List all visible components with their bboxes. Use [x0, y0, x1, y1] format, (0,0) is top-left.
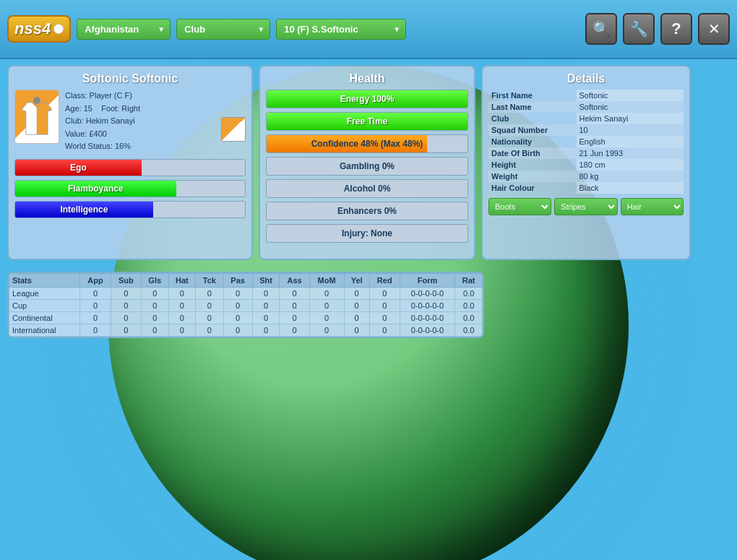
- svg-rect-2: [33, 97, 40, 104]
- details-dropdowns: Boots Stripes Hair: [488, 198, 684, 215]
- details-row: ClubHekim Sanayi: [488, 113, 684, 124]
- stats-cell: 0: [369, 288, 400, 300]
- stats-column-header: Ass: [280, 274, 309, 288]
- confidence-track: Confidence 48% (Max 48%): [266, 134, 468, 153]
- stats-row: League000000000000-0-0-0-00.0: [9, 288, 483, 300]
- stats-cell: 0: [111, 312, 141, 324]
- stats-row-label: Continental: [9, 312, 80, 324]
- details-row: Squad Number10: [488, 124, 684, 136]
- ego-label: Ego: [70, 163, 87, 173]
- stats-panel: StatsAppSubGlsHatTckPasShtAssMoMYelRedFo…: [7, 272, 484, 338]
- stats-cell: 0.0: [455, 324, 483, 337]
- kit-icon[interactable]: [221, 117, 246, 142]
- intelligence-label: Intelligence: [60, 204, 108, 215]
- player-panel-title: Softonic Softonic: [14, 72, 246, 85]
- health-panel-title: Health: [266, 72, 468, 85]
- detail-value: Softonic: [577, 90, 684, 101]
- detail-label: First Name: [488, 90, 577, 101]
- alcohol-track: Alcohol 0%: [266, 179, 468, 198]
- svg-marker-1: [22, 103, 37, 134]
- details-scroll[interactable]: First NameSoftonicLast NameSoftonicClubH…: [488, 90, 684, 194]
- stats-row-label: Cup: [9, 300, 80, 312]
- gambling-track: Gambling 0%: [266, 157, 468, 176]
- close-button[interactable]: ✕: [698, 13, 730, 45]
- stats-cell: 0: [168, 324, 196, 337]
- detail-label: Squad Number: [488, 124, 577, 136]
- stats-column-header: Sub: [111, 274, 141, 288]
- detail-value: English: [577, 136, 684, 147]
- club-dropdown[interactable]: Club: [176, 19, 270, 40]
- stats-header-row: StatsAppSubGlsHatTckPasShtAssMoMYelRedFo…: [9, 274, 483, 288]
- details-panel: Details First NameSoftonicLast NameSofto…: [481, 65, 691, 260]
- country-dropdown[interactable]: Afghanistan: [77, 19, 171, 40]
- stats-cell: 0: [168, 312, 196, 324]
- stats-cell: 0: [309, 312, 344, 324]
- stats-column-header: Gls: [141, 274, 168, 288]
- stats-cell: 0: [111, 288, 141, 300]
- stats-column-header: Hat: [168, 274, 196, 288]
- player-dropdown[interactable]: 10 (F) S.Softonic: [276, 19, 406, 40]
- player-info: Class: Player (C F) Age: 15 Foot: Right …: [65, 90, 246, 153]
- stats-column-header: Yel: [344, 274, 369, 288]
- stats-cell: 0: [280, 300, 309, 312]
- injury-track: Injury: None: [266, 224, 468, 243]
- stats-cell: 0: [252, 324, 280, 337]
- ego-bar-fill: Ego: [15, 160, 142, 176]
- stats-cell: 0: [196, 324, 223, 337]
- gambling-label: Gambling 0%: [267, 161, 467, 171]
- player-club: Club: Hekim Sanayi: [65, 115, 246, 128]
- boots-dropdown[interactable]: Boots: [488, 198, 551, 215]
- gambling-row: Gambling 0%: [266, 157, 468, 176]
- settings-button[interactable]: 🔧: [623, 13, 655, 45]
- main-content: Softonic Softonic Class: Player (C F) Ag…: [0, 59, 737, 266]
- stats-cell: 0-0-0-0-0: [400, 300, 454, 312]
- ego-bar-track: Ego: [14, 159, 246, 176]
- energy-fill: Energy 100%: [267, 90, 467, 108]
- help-button[interactable]: ?: [660, 13, 692, 45]
- detail-value: Softonic: [577, 101, 684, 113]
- detail-label: Last Name: [488, 101, 577, 113]
- stats-cell: 0: [369, 324, 400, 337]
- stats-cell: 0: [309, 324, 344, 337]
- stats-cell: 0: [80, 312, 111, 324]
- search-button[interactable]: 🔍: [585, 13, 617, 45]
- wrench-icon: 🔧: [630, 20, 648, 38]
- stats-column-header: Rat: [455, 274, 483, 288]
- detail-label: Hair Colour: [488, 182, 577, 194]
- stats-cell: 0-0-0-0-0: [400, 312, 454, 324]
- hair-dropdown[interactable]: Hair: [621, 198, 684, 215]
- stats-cell: 0: [344, 312, 369, 324]
- stripes-dropdown[interactable]: Stripes: [554, 198, 617, 215]
- stats-cell: 0: [141, 300, 168, 312]
- country-dropdown-wrap[interactable]: Afghanistan: [77, 19, 171, 40]
- detail-value: 180 cm: [577, 159, 684, 171]
- stats-cell: 0-0-0-0-0: [400, 288, 454, 300]
- stats-cell: 0: [344, 324, 369, 337]
- player-panel: Softonic Softonic Class: Player (C F) Ag…: [7, 65, 253, 260]
- stats-cell: 0: [309, 288, 344, 300]
- stats-row-label: League: [9, 288, 80, 300]
- detail-label: Date Of Birth: [488, 147, 577, 159]
- player-dropdown-wrap[interactable]: 10 (F) S.Softonic: [276, 19, 406, 40]
- detail-label: Weight: [488, 171, 577, 182]
- help-icon: ?: [671, 20, 681, 38]
- detail-value: Black: [577, 182, 684, 194]
- stats-body: League000000000000-0-0-0-00.0Cup00000000…: [9, 288, 483, 337]
- top-bar: nss4 Afghanistan Club 10 (F) S.Softonic …: [0, 0, 737, 59]
- player-world-status: World Status: 16%: [65, 140, 246, 153]
- stats-table: StatsAppSubGlsHatTckPasShtAssMoMYelRedFo…: [9, 273, 483, 337]
- detail-label: Nationality: [488, 136, 577, 147]
- details-row: Weight80 kg: [488, 171, 684, 182]
- stats-cell: 0: [80, 288, 111, 300]
- stats-column-header: Red: [369, 274, 400, 288]
- club-dropdown-wrap[interactable]: Club: [176, 19, 270, 40]
- detail-value: Hekim Sanayi: [577, 113, 684, 124]
- player-age-foot: Age: 15 Foot: Right: [65, 103, 246, 116]
- stats-cell: 0-0-0-0-0: [400, 324, 454, 337]
- search-icon: 🔍: [592, 20, 611, 38]
- stats-row: Cup000000000000-0-0-0-00.0: [9, 300, 483, 312]
- details-row: Date Of Birth21 Jun 1993: [488, 147, 684, 159]
- stats-cell: 0: [369, 312, 400, 324]
- ego-row: Ego: [14, 159, 246, 176]
- player-value: Value: £400: [65, 128, 246, 141]
